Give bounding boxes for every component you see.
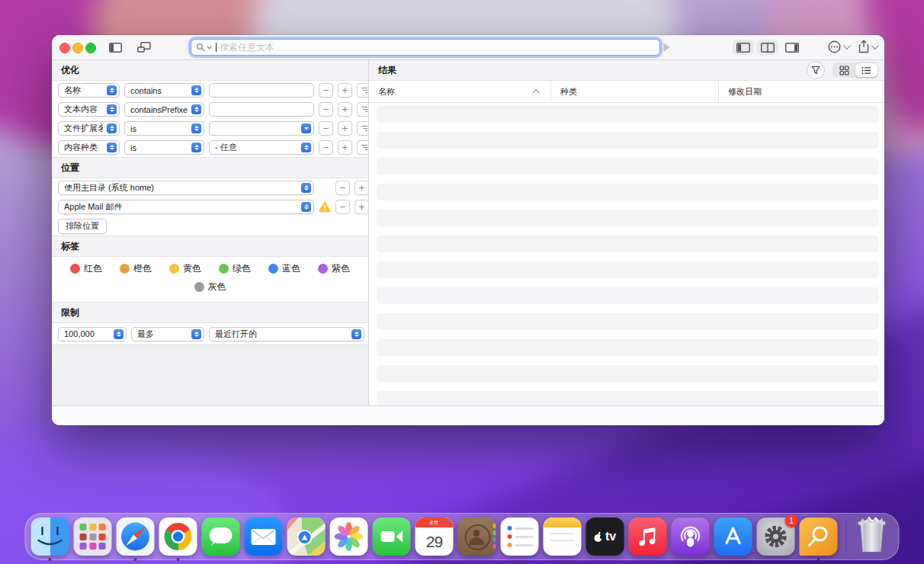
add-location-button[interactable] [355,181,369,195]
trash-icon [858,518,886,553]
view-mode-segmented-control [833,62,878,78]
operator-dropdown[interactable]: contains [124,83,204,98]
list-view-button[interactable] [855,63,877,77]
dock-icon-appletv[interactable]: tv [586,518,624,556]
dock-icon-contacts[interactable] [458,518,496,556]
limit-count-dropdown[interactable]: 100,000 [58,327,127,341]
minus-icon [323,109,329,111]
view-right-pane-button[interactable] [781,40,803,55]
tag-checkbox[interactable]: 红色 [70,262,102,275]
grid-view-button[interactable] [833,63,855,77]
remove-row-button[interactable] [319,121,333,136]
limit-order-dropdown[interactable]: 最近打开的 [209,327,364,341]
remove-location-button[interactable] [335,200,350,214]
more-options-button[interactable] [828,40,849,53]
value-input[interactable] [214,123,301,134]
new-window-button[interactable] [135,40,153,54]
add-row-button[interactable] [338,140,352,155]
location-dropdown[interactable]: Apple Mail 邮件 [58,200,314,214]
dock-icon-notes[interactable] [544,518,582,556]
dock-icon-facetime[interactable] [373,518,411,556]
add-row-button[interactable] [338,102,352,117]
dock-icon-maps[interactable] [287,518,326,556]
stepper-icon [107,143,117,152]
sidebar-toggle-button[interactable] [106,40,124,54]
dock-icon-finder[interactable] [31,518,69,556]
search-input[interactable] [218,41,655,53]
running-indicator [177,558,180,561]
view-left-pane-button[interactable] [733,40,754,55]
results-list[interactable] [369,103,884,405]
tag-checkbox[interactable]: 黄色 [169,262,201,275]
result-placeholder-row [377,391,879,405]
dock-icon-music[interactable] [629,518,667,556]
location-dropdown[interactable]: 使用主目录 (系统 home) [58,181,314,195]
filter-results-button[interactable] [807,61,825,79]
stepper-icon [191,85,201,95]
combo-chevron-icon[interactable] [301,123,311,133]
dock-icon-settings[interactable]: 1 [757,518,795,556]
dock-icon-mail[interactable] [245,518,283,556]
dropdown-label: 文件扩展名 [64,123,103,134]
dock-icon-safari[interactable] [117,518,155,556]
titlebar [52,35,884,60]
tag-checkbox[interactable]: 灰色 [194,280,226,293]
spacer [319,181,331,194]
tag-checkbox[interactable]: 蓝色 [268,262,300,275]
dock-icon-find-any-file[interactable] [800,518,838,556]
minimize-button[interactable] [72,43,83,53]
limit-mode-dropdown[interactable]: 最多 [131,327,204,341]
operator-dropdown[interactable]: is [124,121,204,136]
field-dropdown[interactable]: 名称 [58,83,120,98]
operator-dropdown[interactable]: is [124,140,204,155]
dock-icon-reminders[interactable] [501,518,539,556]
view-split-pane-button[interactable] [757,40,778,55]
dock-icon-messages[interactable] [202,518,240,556]
start-search-button[interactable] [659,40,674,54]
value-input[interactable] [214,85,311,96]
exclude-locations-button[interactable]: 排除位置 [58,219,107,234]
field-dropdown[interactable]: 文件扩展名 [58,121,120,136]
add-row-button[interactable] [338,121,352,136]
zoom-button[interactable] [85,43,96,53]
dock-icon-photos[interactable] [330,518,368,556]
location-row: 使用主目录 (系统 home) [52,178,368,197]
tag-checkbox[interactable]: 橙色 [120,262,152,275]
stepper-icon [107,104,117,114]
share-button[interactable] [858,40,877,53]
warning-icon[interactable] [319,200,331,213]
column-date-modified[interactable]: 修改日期 [718,81,884,102]
photos-icon [330,518,368,556]
search-field[interactable] [191,39,660,56]
dock-icon-calendar[interactable]: 8月 29 [415,518,454,556]
remove-row-button[interactable] [319,83,333,98]
value-dropdown[interactable]: - 任意 [209,140,314,155]
remove-location-button[interactable] [335,181,350,195]
add-row-button[interactable] [338,83,352,98]
tag-checkbox[interactable]: 绿色 [219,262,251,275]
grid-icon [839,66,849,75]
tag-checkbox[interactable]: 紫色 [318,262,350,275]
add-location-button[interactable] [355,200,369,214]
tag-color-dot [70,264,80,274]
dock-icon-launchpad[interactable] [74,518,112,556]
running-indicator [134,558,137,561]
section-locations: 位置 [52,157,368,178]
dock-icon-trash[interactable] [855,518,894,556]
dock-icon-podcasts[interactable] [672,518,710,556]
value-input[interactable] [214,104,311,115]
a-glyph-icon [714,518,752,556]
tv-label: tv [605,530,616,543]
column-name[interactable]: 名称 [369,81,550,102]
dock-icon-chrome[interactable] [159,518,197,556]
operator-dropdown[interactable]: containsPrefixes [124,102,204,117]
remove-row-button[interactable] [319,140,333,155]
remove-row-button[interactable] [319,102,333,117]
dock-icon-appstore[interactable] [714,518,752,556]
field-dropdown[interactable]: 文本内容 [58,102,120,117]
lines-icon [361,107,367,112]
result-placeholder-row [377,132,879,149]
field-dropdown[interactable]: 内容种类 [58,140,120,155]
close-button[interactable] [59,43,70,53]
column-kind[interactable]: 种类 [550,81,718,102]
